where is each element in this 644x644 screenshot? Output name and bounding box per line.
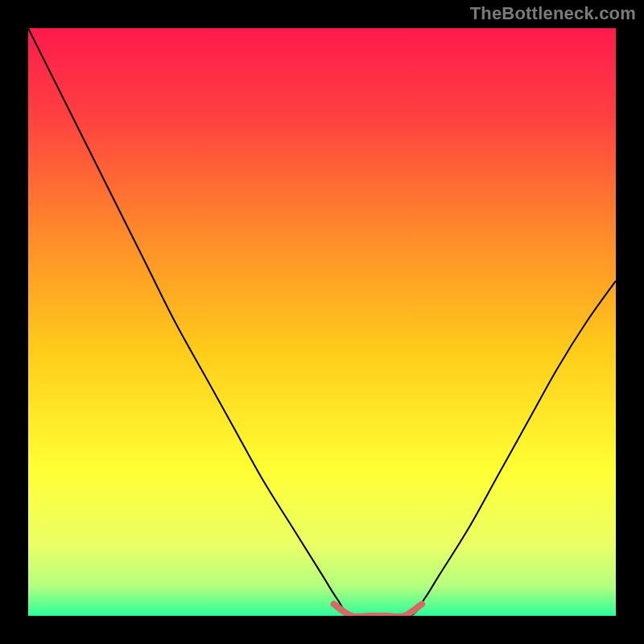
plot-background: [28, 28, 616, 616]
plot-area: [28, 28, 616, 616]
attribution-text: TheBottleneck.com: [470, 3, 636, 24]
chart-svg: [28, 28, 616, 616]
chart-frame: TheBottleneck.com: [0, 0, 644, 644]
